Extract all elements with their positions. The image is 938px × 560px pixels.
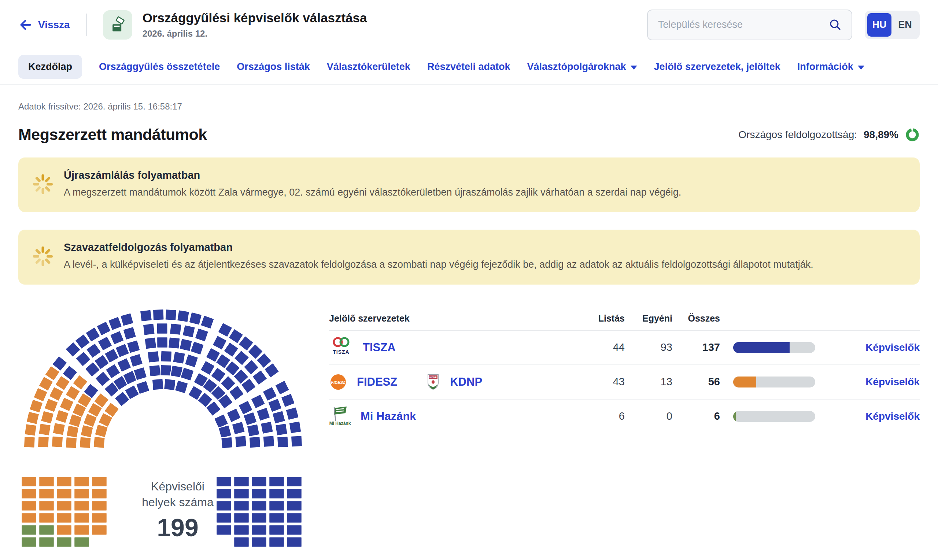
language-toggle: HU EN: [865, 11, 920, 39]
seat: [269, 501, 284, 511]
fidesz-logo: FIDESZ: [329, 373, 347, 391]
seat: [169, 323, 182, 335]
seat: [289, 421, 301, 434]
processing-label: Országos feldolgozottság:: [738, 129, 857, 141]
seat: [216, 477, 231, 487]
seat: [182, 325, 195, 338]
nav-item-2[interactable]: Országgyűlés összetétele: [99, 61, 220, 72]
nav-item-1[interactable]: Kezdőlap: [18, 55, 82, 79]
seat: [52, 436, 63, 448]
seat-progress-bar: [733, 411, 815, 422]
chart-total-seats: 199: [157, 514, 198, 542]
col-header-org: Jelölő szervezetek: [329, 313, 577, 324]
seat-bar-cell: [720, 377, 830, 388]
back-button[interactable]: Vissza: [18, 18, 70, 32]
party-link[interactable]: FIDESZ: [357, 375, 397, 389]
settlement-search: [647, 9, 852, 40]
seat-progress-bar: [733, 377, 815, 388]
seat: [251, 394, 265, 409]
chart-label-line2: helyek száma: [142, 495, 214, 509]
seat: [185, 354, 199, 368]
seat: [234, 501, 249, 511]
nav-item-label: Részvételi adatok: [427, 61, 510, 72]
table-row: Mi HazánkMi Hazánk606Képviselők: [329, 399, 920, 433]
nav-item-7[interactable]: Jelölő szervezetek, jelöltek: [654, 61, 781, 72]
svg-text:FIDESZ: FIDESZ: [331, 380, 345, 385]
seat: [212, 335, 227, 350]
seat: [234, 537, 249, 547]
table-body: TISZATISZA4493137KépviselőkFIDESZFIDESZK…: [329, 331, 920, 433]
seat: [256, 407, 270, 421]
seat: [286, 489, 302, 499]
seat-progress-fill: [733, 377, 756, 388]
kepviselok-link[interactable]: Képviselők: [830, 376, 920, 388]
party-link[interactable]: TISZA: [363, 341, 396, 354]
lang-hu-button[interactable]: HU: [867, 13, 892, 37]
seat: [39, 501, 54, 511]
seat: [144, 337, 156, 349]
seat: [56, 489, 72, 499]
alerts-area: Újraszámlálás folyamatbanA megszerzett m…: [18, 157, 920, 285]
nav-item-6[interactable]: Választópolgároknak: [527, 61, 637, 72]
seat: [74, 477, 89, 487]
table-header-row: Jelölő szervezetek Listás Egyéni Összes: [329, 307, 920, 331]
nav-item-8[interactable]: Információk: [797, 61, 864, 72]
seat: [179, 338, 193, 352]
spinner-icon: [32, 174, 54, 196]
seat: [175, 380, 188, 394]
processing-donut-icon: [905, 128, 920, 142]
seat: [120, 313, 134, 326]
kepviselok-link[interactable]: Képviselők: [830, 342, 920, 354]
lang-en-button[interactable]: EN: [893, 13, 917, 37]
osszes-value: 137: [672, 342, 720, 354]
seat: [226, 408, 241, 423]
col-header-listas: Listás: [577, 313, 625, 324]
nav-item-4[interactable]: Választókerületek: [327, 61, 410, 72]
seat: [39, 489, 54, 499]
listas-value: 43: [577, 376, 625, 388]
nav-item-label: Kezdőlap: [28, 61, 72, 72]
seat: [286, 513, 302, 523]
seat: [286, 501, 302, 511]
nav-item-label: Országos listák: [237, 61, 310, 72]
seat: [165, 309, 177, 321]
seat: [231, 421, 245, 435]
nav-item-label: Választópolgároknak: [527, 61, 626, 72]
search-input[interactable]: [657, 18, 822, 31]
nav-item-label: Információk: [797, 61, 853, 72]
svg-text:Mi Hazánk: Mi Hazánk: [330, 421, 351, 426]
seat: [200, 315, 214, 329]
svg-text:TISZA: TISZA: [333, 349, 349, 355]
seat-bar-cell: [720, 342, 830, 353]
nav-item-3[interactable]: Országos listák: [237, 61, 310, 72]
alert-title: Újraszámlálás folyamatban: [64, 169, 905, 181]
seat: [24, 424, 37, 436]
seat: [74, 489, 89, 499]
seat: [234, 525, 249, 535]
svg-text:KDNP: KDNP: [430, 376, 437, 379]
seat: [260, 421, 273, 434]
party-cell: FIDESZFIDESZKDNPKDNP: [329, 373, 577, 391]
seat: [74, 537, 89, 547]
party-cell: Mi HazánkMi Hazánk: [329, 406, 577, 427]
seat: [74, 513, 89, 523]
seat: [177, 310, 189, 322]
tisza-logo: TISZA: [329, 336, 353, 359]
data-refreshed-status: Adatok frissítve: 2026. április 15. 16:5…: [18, 102, 920, 112]
alert-2: Szavazatfeldolgozás folyamatbanA levél-,…: [18, 230, 920, 284]
search-icon[interactable]: [829, 18, 842, 31]
nav-item-5[interactable]: Részvételi adatok: [427, 61, 510, 72]
seat: [234, 489, 249, 499]
table-row: TISZATISZA4493137Képviselők: [329, 331, 920, 365]
kepviselok-link[interactable]: Képviselők: [830, 411, 920, 422]
party-link[interactable]: KDNP: [450, 375, 482, 389]
seat: [269, 537, 284, 547]
party-link[interactable]: Mi Hazánk: [360, 410, 416, 423]
seat: [56, 525, 72, 535]
seat-progress-fill: [733, 411, 736, 422]
top-bar: Vissza Országgyűlési képviselők választá…: [0, 0, 938, 49]
seat: [149, 365, 161, 377]
section-title: Megszerzett mandátumok: [18, 126, 207, 143]
chevron-down-icon: [631, 66, 637, 69]
seat: [251, 513, 267, 523]
